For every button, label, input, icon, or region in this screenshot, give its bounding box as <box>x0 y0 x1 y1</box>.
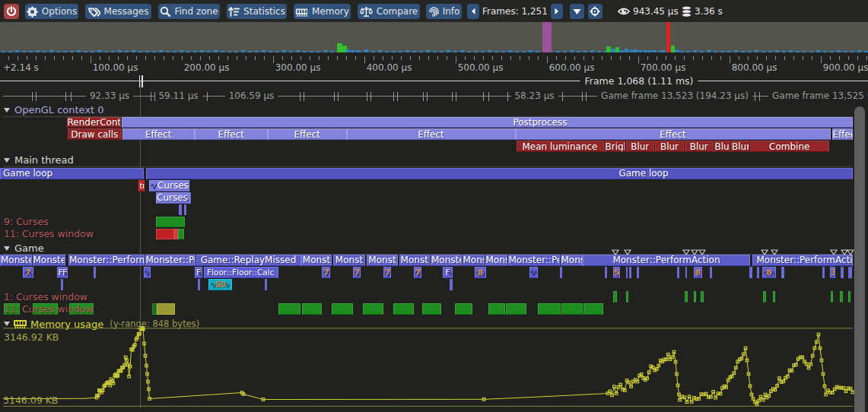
plot-bar[interactable] <box>174 229 178 240</box>
zone-bar[interactable] <box>450 279 453 290</box>
zone-bar[interactable] <box>560 267 562 278</box>
zone-bar[interactable] <box>757 267 759 278</box>
zone-bar[interactable] <box>61 279 63 290</box>
zone-bar[interactable]: Monster::Pe <box>145 255 196 266</box>
plot-bar[interactable] <box>701 291 704 303</box>
plot-bar[interactable] <box>488 303 506 315</box>
zone-bar[interactable]: 7 <box>23 267 33 278</box>
plot-bar[interactable] <box>773 291 775 303</box>
plot-bar[interactable] <box>302 303 322 315</box>
zone-bar[interactable]: Blur <box>731 141 749 152</box>
collapse-triangle-icon[interactable] <box>4 246 10 251</box>
plot-bar[interactable] <box>561 303 583 315</box>
plot-bar[interactable] <box>840 291 842 303</box>
zone-bar[interactable]: 5 <box>613 267 620 278</box>
zone-bar[interactable]: Blur <box>626 141 655 152</box>
zone-bar[interactable]: Effect <box>268 128 347 140</box>
zone-bar[interactable] <box>781 267 784 278</box>
zone-bar[interactable]: Draw calls <box>68 128 122 140</box>
zone-bar[interactable]: Mean luminance <box>517 141 604 152</box>
plot-bar[interactable] <box>422 303 441 315</box>
zone-bar[interactable]: Monster::Pe <box>508 255 561 266</box>
zone-bar[interactable] <box>626 267 628 278</box>
zone-bar[interactable]: 7 <box>353 267 361 278</box>
plot-bar[interactable] <box>848 291 851 303</box>
zone-bar[interactable] <box>848 267 853 278</box>
zone-bar[interactable]: 8 <box>475 267 487 278</box>
collapse-triangle-icon[interactable] <box>4 108 10 113</box>
plot-bar[interactable] <box>455 303 472 315</box>
thread-header[interactable]: Main thread <box>4 155 74 166</box>
zone-bar[interactable] <box>265 279 267 290</box>
zone-bar[interactable]: 8 <box>694 267 703 278</box>
plot-bar[interactable] <box>178 229 184 240</box>
zone-bar[interactable] <box>677 267 679 278</box>
plot-bar[interactable] <box>363 303 383 315</box>
plot-bar[interactable] <box>538 303 561 315</box>
zone-bar[interactable]: Floor::Floor::Calc <box>204 267 278 278</box>
plot-bar[interactable] <box>332 303 352 315</box>
zone-bar[interactable] <box>184 204 187 216</box>
zone-bar[interactable] <box>637 267 639 278</box>
zone-bar[interactable]: Mons <box>485 255 508 266</box>
plot-bar[interactable] <box>506 303 526 315</box>
memory-usage-header[interactable]: Memory usage (y-range: 848 bytes) <box>4 319 199 329</box>
plot-bar[interactable] <box>626 291 628 303</box>
plot-bar[interactable] <box>156 229 174 240</box>
zone-bar[interactable] <box>822 267 825 278</box>
zone-bar[interactable] <box>749 267 752 278</box>
zone-bar[interactable]: Curses <box>149 180 189 192</box>
plot-bar[interactable] <box>393 303 414 315</box>
collapse-triangle-icon[interactable] <box>4 158 10 163</box>
zone-bar[interactable]: Game::ReplayMissed <box>196 255 301 266</box>
plot-bar[interactable] <box>763 291 766 303</box>
zone-bar[interactable]: Effect <box>122 128 195 140</box>
zone-bar[interactable]: Monst <box>333 255 365 266</box>
plot-bar[interactable] <box>613 291 618 303</box>
zone-bar[interactable] <box>144 267 151 278</box>
zone-bar[interactable]: Monste <box>0 255 32 266</box>
zone-bar[interactable]: Postprocess <box>122 117 853 128</box>
thread-header[interactable]: Game <box>4 243 44 254</box>
zone-bar[interactable]: Monste <box>431 255 462 266</box>
zone-bar[interactable]: tı <box>138 180 145 192</box>
zone-bar[interactable] <box>179 204 182 216</box>
zone-bar[interactable] <box>629 267 631 278</box>
plot-bar[interactable] <box>152 303 157 315</box>
zone-bar[interactable]: Effect <box>195 128 269 140</box>
zone-bar[interactable]: Monste <box>33 255 66 266</box>
zone-bar[interactable]: Blur <box>655 141 684 152</box>
zone-bar[interactable]: 7 <box>414 267 421 278</box>
zone-bar[interactable]: Combine <box>750 141 829 152</box>
zone-bar[interactable]: Blur <box>714 141 731 152</box>
vertical-scrollbar[interactable] <box>854 106 865 412</box>
zone-bar[interactable]: FF <box>57 267 68 278</box>
zone-bar[interactable]: Blur <box>685 141 714 152</box>
zone-bar[interactable]: F <box>443 267 453 278</box>
zone-bar[interactable]: Monst <box>367 255 398 266</box>
zone-bar[interactable]: Effect <box>516 128 831 140</box>
zone-bar[interactable]: Monster::PerformAction <box>583 255 750 266</box>
zone-bar[interactable]: 3 <box>830 267 835 278</box>
plot-bar[interactable] <box>831 291 833 303</box>
zone-bar[interactable]: Monst <box>301 255 332 266</box>
zone-bar[interactable] <box>198 279 200 290</box>
plot-bar[interactable] <box>694 291 696 303</box>
zone-bar[interactable] <box>529 267 539 278</box>
zone-bar[interactable]: 7 <box>322 267 330 278</box>
plot-bar[interactable] <box>583 303 603 315</box>
zone-bar[interactable]: Game loop <box>0 168 144 179</box>
thread-header[interactable]: OpenGL context 0 <box>4 105 104 116</box>
plot-bar[interactable] <box>278 303 300 315</box>
collapse-triangle-icon[interactable] <box>4 322 10 326</box>
zone-bar[interactable]: Monster::PerformA <box>68 255 145 266</box>
plot-bar[interactable] <box>685 291 688 303</box>
zone-bar[interactable]: F <box>195 267 203 278</box>
zone-bar[interactable]: Curses <box>156 192 189 204</box>
zone-bar[interactable]: 50 <box>208 279 232 290</box>
zone-bar[interactable] <box>605 267 607 278</box>
zone-bar[interactable]: Monster::PerformActi <box>752 255 854 266</box>
zone-bar[interactable]: 7 <box>383 267 391 278</box>
zone-bar[interactable]: Monst <box>399 255 431 266</box>
zone-bar[interactable]: Effec <box>832 128 854 140</box>
